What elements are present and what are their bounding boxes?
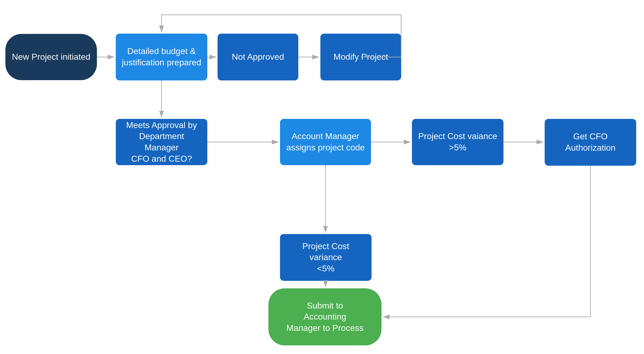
not-approved-node: Not Approved	[218, 34, 298, 80]
detailed-budget-node: Detailed budget &justification prepared	[116, 34, 207, 80]
modify-project-node: Modify Project	[320, 34, 401, 80]
new-project-node: New Project initiated	[5, 34, 97, 80]
submit-accounting-node: Submit toAccountingManager to Process	[268, 288, 382, 345]
flowchart: New Project initiated Detailed budget &j…	[0, 0, 644, 354]
cost-variance-gt-node: Project Cost vaiance>5%	[412, 119, 503, 165]
meets-approval-node: Meets Approval byDepartment ManagerCFO a…	[116, 119, 207, 165]
cost-variance-lt-node: Project Cost variance<5%	[280, 234, 372, 281]
account-manager-node: Account Managerassigns project code	[280, 119, 371, 165]
get-cfo-node: Get CFO Authorization	[545, 119, 636, 166]
